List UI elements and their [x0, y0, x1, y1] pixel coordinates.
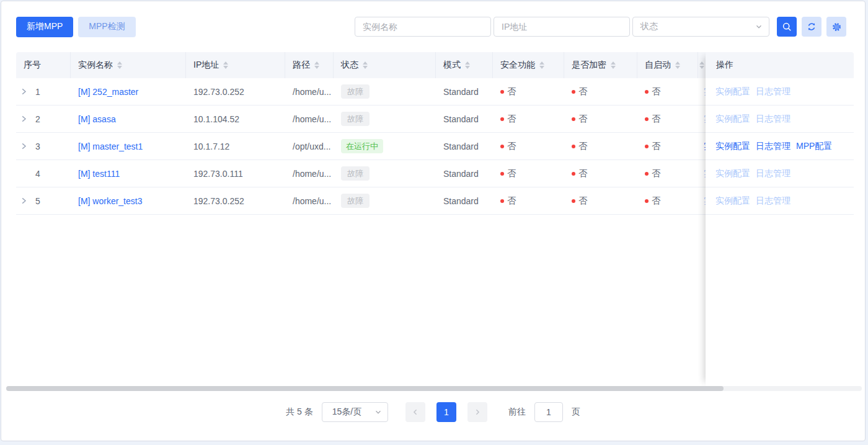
- page-size-select[interactable]: 15条/页: [322, 402, 388, 422]
- horizontal-scrollbar-thumb[interactable]: [6, 386, 724, 391]
- mpp-detect-button[interactable]: MPP检测: [78, 17, 135, 37]
- column-header-6[interactable]: 安全功能: [493, 52, 564, 78]
- pagination-bar: 共 5 条 15条/页 1 前往 页: [1, 402, 865, 422]
- encrypted-value: 否: [578, 141, 587, 152]
- instance-name-link[interactable]: [M] 252_master: [78, 87, 138, 97]
- name-cell: [M] worker_test3: [71, 196, 186, 206]
- sort-caret-icon[interactable]: [611, 61, 616, 69]
- expand-row-icon[interactable]: [20, 142, 30, 150]
- encrypted-cell: 否: [564, 168, 637, 179]
- action-link[interactable]: 日志管理: [756, 141, 790, 152]
- expand-row-icon[interactable]: [20, 115, 30, 123]
- next-page-button[interactable]: [467, 402, 487, 422]
- status-select[interactable]: 状态: [632, 17, 769, 37]
- red-dot-icon: [645, 145, 649, 148]
- name-cell: [M] master_test1: [71, 142, 186, 151]
- mode-cell: Standard: [436, 87, 493, 97]
- expand-row-icon[interactable]: [20, 88, 30, 96]
- instance-name-link[interactable]: [M] test111: [78, 169, 120, 179]
- red-dot-icon: [572, 172, 575, 176]
- current-page-button[interactable]: 1: [436, 402, 456, 422]
- status-cell: 故障: [334, 194, 436, 208]
- path-cell: /home/u...: [285, 196, 334, 206]
- encrypted-cell: 否: [564, 196, 637, 207]
- chevron-down-icon: [755, 23, 763, 30]
- security-cell: 否: [493, 114, 564, 125]
- refresh-icon: [807, 22, 817, 32]
- encrypted-value: 否: [578, 196, 587, 207]
- sort-caret-icon[interactable]: [675, 61, 680, 69]
- autostart-value: 否: [652, 141, 660, 152]
- path-value: /home/u...: [293, 169, 331, 179]
- column-header-1[interactable]: 实例名称: [71, 52, 186, 78]
- ip-value: 192.73.0.252: [193, 87, 244, 97]
- horizontal-scrollbar-track[interactable]: [6, 386, 862, 391]
- path-value: /home/u...: [293, 87, 331, 97]
- goto-page-input[interactable]: [534, 402, 563, 422]
- seq-cell: 1: [16, 87, 71, 97]
- ip-cell: 10.1.7.12: [186, 142, 285, 151]
- prev-page-button[interactable]: [405, 402, 425, 422]
- status-cell: 故障: [334, 112, 436, 126]
- row-index: 3: [35, 142, 40, 151]
- instance-name-input[interactable]: [355, 17, 491, 37]
- actions-row: 实例配置日志管理: [706, 106, 854, 133]
- search-button[interactable]: [777, 17, 797, 37]
- ip-cell: 192.73.0.111: [186, 169, 285, 179]
- encrypted-value: 否: [578, 168, 587, 179]
- ip-value: 192.73.0.111: [193, 169, 243, 179]
- gear-icon: [831, 22, 842, 32]
- column-header-label: 操作: [716, 60, 733, 71]
- encrypted-cell: 否: [564, 86, 637, 97]
- name-cell: [M] 252_master: [71, 87, 186, 97]
- expand-row-icon[interactable]: [20, 197, 30, 205]
- seq-cell: 3: [16, 142, 71, 151]
- action-link[interactable]: MPP配置: [796, 141, 832, 152]
- path-value: /home/u...: [293, 196, 331, 206]
- mpp-instance-panel: 新增MPP MPP检测 状态: [1, 1, 866, 441]
- red-dot-icon: [500, 145, 504, 148]
- column-header-label: 自启动: [645, 60, 671, 71]
- status-badge: 故障: [341, 194, 370, 208]
- column-header-2[interactable]: IP地址: [186, 52, 285, 78]
- refresh-button[interactable]: [802, 17, 822, 37]
- ip-cell: 192.73.0.252: [186, 87, 285, 97]
- settings-button[interactable]: [826, 17, 846, 37]
- mode-cell: Standard: [436, 196, 493, 206]
- column-header-3[interactable]: 路径: [285, 52, 334, 78]
- security-cell: 否: [493, 86, 564, 97]
- seq-cell: 5: [16, 196, 71, 206]
- column-header-0: 序号: [16, 52, 71, 78]
- status-cell: 故障: [334, 166, 436, 181]
- sort-caret-icon[interactable]: [223, 61, 228, 69]
- encrypted-value: 否: [578, 86, 587, 97]
- column-header-label: 模式: [443, 60, 461, 71]
- security-cell: 否: [493, 168, 564, 179]
- mode-value: Standard: [443, 142, 479, 151]
- ip-address-input[interactable]: [494, 17, 630, 37]
- sort-caret-icon[interactable]: [117, 61, 122, 69]
- column-header-4[interactable]: 状态: [334, 52, 436, 78]
- status-badge: 故障: [341, 84, 370, 99]
- status-cell: 故障: [334, 84, 436, 99]
- sort-caret-icon[interactable]: [363, 61, 368, 69]
- actions-row: 实例配置日志管理: [706, 78, 854, 106]
- column-header-5[interactable]: 模式: [436, 52, 493, 78]
- status-select-placeholder: 状态: [640, 21, 658, 32]
- path-cell: /home/u...: [285, 87, 334, 97]
- row-index: 5: [35, 196, 40, 206]
- action-link: 日志管理: [756, 196, 790, 207]
- sort-caret-icon[interactable]: [465, 61, 470, 69]
- instance-name-link[interactable]: [M] asasa: [78, 114, 116, 124]
- instance-name-link[interactable]: [M] master_test1: [78, 142, 143, 151]
- sort-caret-icon[interactable]: [539, 61, 544, 69]
- sort-caret-icon[interactable]: [314, 61, 319, 69]
- action-link[interactable]: 实例配置: [715, 141, 750, 152]
- security-value: 否: [507, 168, 516, 179]
- red-dot-icon: [645, 117, 649, 121]
- column-header-8[interactable]: 自启动: [637, 52, 698, 78]
- add-mpp-button[interactable]: 新增MPP: [16, 17, 73, 37]
- instance-name-link[interactable]: [M] worker_test3: [78, 196, 142, 206]
- column-header-label: 状态: [341, 60, 358, 71]
- column-header-7[interactable]: 是否加密: [564, 52, 637, 78]
